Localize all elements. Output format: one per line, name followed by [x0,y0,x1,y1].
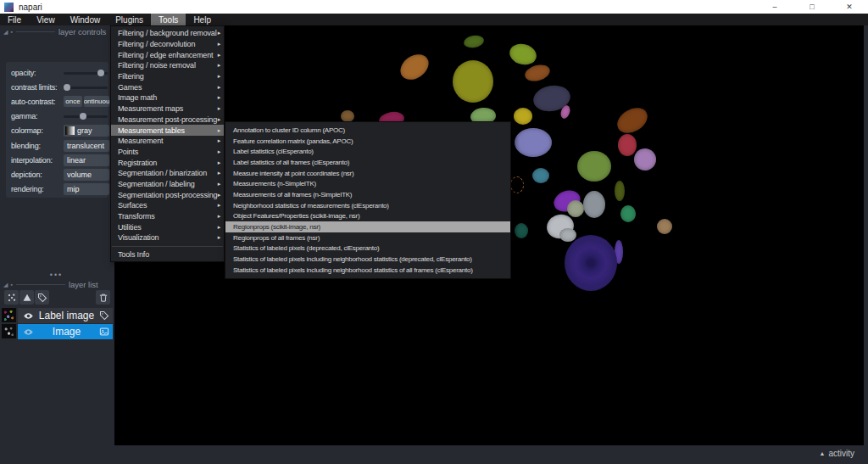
submenu-item[interactable]: Regionprops (scikit-image, nsr) [225,221,510,232]
menu-item[interactable]: Filtering / deconvolution▸ [111,39,224,50]
control-row: blending:translucent [11,138,107,153]
control-row: contrast limits: [11,80,107,94]
menu-item[interactable]: Filtering / noise removal▸ [111,60,224,71]
submenu-arrow-icon: ▸ [218,30,220,36]
submenu-arrow-icon: ▸ [218,202,220,209]
submenu-item[interactable]: Annotation to cluster ID column (APOC) [225,125,510,136]
menu-separator [112,246,223,247]
control-row: colormap:gray [11,124,107,138]
menu-item[interactable]: Image math▸ [111,92,224,103]
submenu-item[interactable]: Statistics of labeled pixels (deprecated… [225,243,510,254]
menu-tools[interactable]: Tools [151,14,186,25]
activity-toggle[interactable]: ▲ activity [820,449,855,458]
submenu-item[interactable]: Statistics of labeled pixels including n… [225,265,510,276]
layer-row-label-image[interactable]: Label image [0,308,113,324]
continuous-button[interactable]: continuous [84,96,109,107]
caret-up-icon: ▲ [820,450,826,456]
submenu-item[interactable]: Measurements of all frames (n-SimpleITK) [225,189,510,200]
submenu-arrow-icon: ▸ [218,181,220,187]
layer-row-image[interactable]: Image [0,324,113,340]
submenu-item[interactable]: Statistics of labeled pixels including n… [225,254,510,265]
slider[interactable] [64,83,108,92]
submenu-arrow-icon: ▸ [218,213,220,220]
submenu-item[interactable]: Measurements (n-SimpleITK) [225,178,510,189]
maximize-button[interactable]: □ [793,0,831,14]
divider [16,31,55,32]
submenu-item[interactable]: Label statistics (clEsperanto) [225,146,510,157]
hide-panel-icon[interactable]: ▪ [10,29,12,35]
contrastlimits-control [64,83,108,92]
submenu-item-label: Statistics of labeled pixels including n… [233,266,473,274]
menu-item[interactable]: Filtering / background removal▸ [111,28,224,39]
points-icon [7,293,17,303]
once-button[interactable]: once [64,96,82,107]
float-panel-icon[interactable]: ◢ [3,282,8,288]
visibility-eye-icon[interactable] [23,310,34,321]
submenu-item[interactable]: Regionprops of all frames (nsr) [225,232,510,243]
control-row: gamma: [11,109,107,124]
menu-item[interactable]: Points▸ [111,147,224,158]
float-panel-icon[interactable]: ◢ [3,29,8,35]
menu-plugins[interactable]: Plugins [108,14,151,25]
dropdown[interactable]: linear [64,154,109,166]
delete-layer-button[interactable] [96,290,110,305]
visibility-eye-icon[interactable] [23,327,34,338]
dropdown[interactable]: volume [64,169,109,181]
menu-item[interactable]: Games▸ [111,81,224,92]
submenu-arrow-icon: ▸ [218,94,220,101]
dropdown[interactable]: mip [64,183,109,195]
menu-item[interactable]: Segmentation post-processing▸ [111,189,224,200]
slider-handle[interactable] [64,84,70,91]
menu-item[interactable]: Segmentation / labeling▸ [111,179,224,190]
menu-item-tools-info[interactable]: Tools Info [111,249,224,260]
slider-handle[interactable] [97,70,104,76]
menu-item[interactable]: Measurement maps▸ [111,103,224,115]
new-points-layer-button[interactable] [4,290,19,305]
menu-item-label: Segmentation / labeling [118,180,195,188]
submenu-item[interactable]: Neighborhood statistics of measurements … [225,200,510,211]
menubar: FileViewWindowPluginsToolsHelp [0,14,868,25]
slider[interactable] [64,69,108,77]
menu-item-label: Utilities [118,223,142,232]
layer-name: Label image [34,310,99,321]
menu-item[interactable]: Measurement post-processing▸ [111,115,224,126]
label-blob [620,205,636,222]
menu-item[interactable]: Measurement tables▸ [111,125,224,136]
new-shapes-layer-button[interactable] [19,290,34,305]
new-labels-layer-button[interactable] [35,290,49,305]
hide-panel-icon[interactable]: ▪ [10,282,12,288]
menu-item[interactable]: Measurement▸ [111,136,224,147]
colormap-select[interactable]: gray [64,125,109,137]
dock-drag-handle[interactable]: ••• [0,271,113,279]
menu-view[interactable]: View [29,14,63,25]
submenu-item-label: Regionprops of all frames (nsr) [233,234,320,242]
layer-controls-title: layer controls [58,27,107,36]
menu-item[interactable]: Surfaces▸ [111,200,224,211]
menu-item[interactable]: Filtering▸ [111,71,224,82]
submenu-item-label: Neighborhood statistics of measurements … [233,202,389,210]
menu-window[interactable]: Window [63,14,108,25]
menu-file[interactable]: File [0,14,29,25]
dropdown[interactable]: translucent [64,140,109,152]
menu-item[interactable]: Segmentation / binarization▸ [111,168,224,179]
submenu-item[interactable]: Feature correlation matrix (pandas, APOC… [225,136,510,147]
menu-item[interactable]: Utilities▸ [111,221,224,232]
slider[interactable] [64,112,108,120]
rendering-control: mip [64,183,109,195]
submenu-item[interactable]: Label statistics of all frames (clEspera… [225,157,510,168]
close-button[interactable]: ✕ [831,0,868,14]
menu-item-label: Image math [118,93,157,102]
submenu-item[interactable]: Object Features/Properties (scikit-image… [225,211,510,222]
submenu-item[interactable]: Measure intensity at point coordinates (… [225,168,510,179]
shapes-icon [22,293,32,303]
menu-item[interactable]: Transforms▸ [111,211,224,222]
label-blob [559,228,576,242]
colormap-control: gray [64,125,109,137]
slider-handle[interactable] [80,113,86,120]
minimize-button[interactable]: – [756,0,793,14]
menu-item[interactable]: Filtering / edge enhancement▸ [111,49,224,60]
menu-item[interactable]: Registration▸ [111,157,224,168]
menu-item[interactable]: Visualization▸ [111,232,224,243]
menu-help[interactable]: Help [186,14,219,25]
menu-item-label: Measurement tables [118,126,185,135]
